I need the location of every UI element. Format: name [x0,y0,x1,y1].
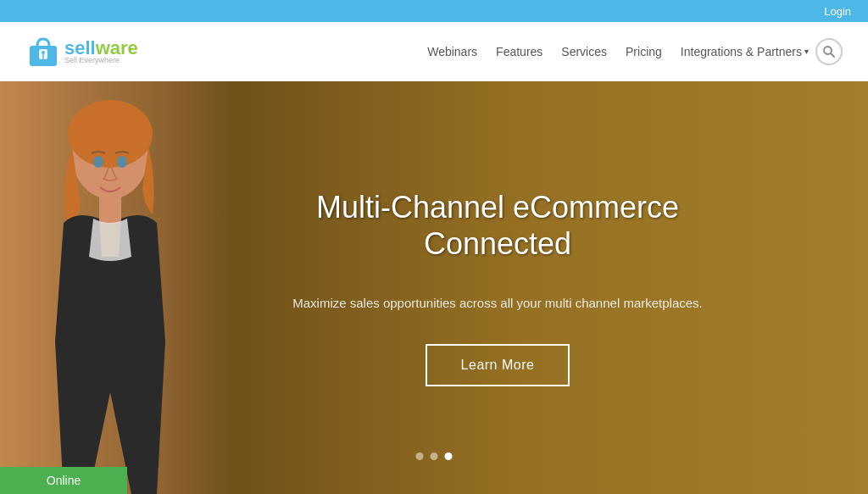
logo-ware: ware [96,37,138,58]
nav-item-features[interactable]: Features [496,44,542,59]
svg-rect-8 [99,194,121,224]
search-icon[interactable] [815,38,843,65]
logo-area[interactable]: sellware Sell Everywhere [25,34,138,69]
dot-1[interactable] [416,452,424,460]
svg-point-2 [42,51,45,54]
nav-dropdown-integrations: Integrations & Partners ▾ [681,45,809,58]
logo-icon [25,34,61,69]
dot-3[interactable] [445,452,453,460]
navbar: sellware Sell Everywhere Webinars Featur… [0,22,868,81]
nav-link-pricing[interactable]: Pricing [626,45,662,58]
svg-point-9 [93,156,103,168]
nav-link-services[interactable]: Services [561,45,607,58]
woman-silhouette [8,87,212,494]
nav-item-pricing[interactable]: Pricing [626,44,662,59]
logo-container: sellware Sell Everywhere [25,34,138,69]
online-status-badge: Online [0,467,127,494]
logo-sell: sell [64,37,96,58]
hero-dots [416,452,453,460]
hero-section: Multi-Channel eCommerce Connected Maximi… [0,81,868,494]
hero-content: Multi-Channel eCommerce Connected Maximi… [243,189,752,386]
top-bar: Login [0,0,868,22]
svg-line-5 [831,53,834,57]
nav-link-webinars[interactable]: Webinars [427,45,477,58]
nav-links: Webinars Features Services Pricing Integ… [427,44,809,59]
dot-2[interactable] [431,452,438,460]
chevron-down-icon: ▾ [804,47,809,56]
search-svg [822,45,836,58]
hero-subtitle: Maximize sales opportunities across all … [243,296,752,310]
nav-link-features[interactable]: Features [496,45,542,58]
nav-link-integrations[interactable]: Integrations & Partners ▾ [681,45,809,58]
hero-title: Multi-Channel eCommerce Connected [243,189,752,262]
nav-item-services[interactable]: Services [561,44,607,59]
login-link[interactable]: Login [824,5,851,18]
learn-more-button[interactable]: Learn More [426,344,570,386]
logo-text: sellware [64,39,138,58]
nav-item-webinars[interactable]: Webinars [427,44,477,59]
logo-text-group: sellware Sell Everywhere [64,39,138,64]
svg-point-10 [117,156,127,168]
woman-image-area [0,81,237,494]
nav-item-integrations[interactable]: Integrations & Partners ▾ [681,45,809,58]
